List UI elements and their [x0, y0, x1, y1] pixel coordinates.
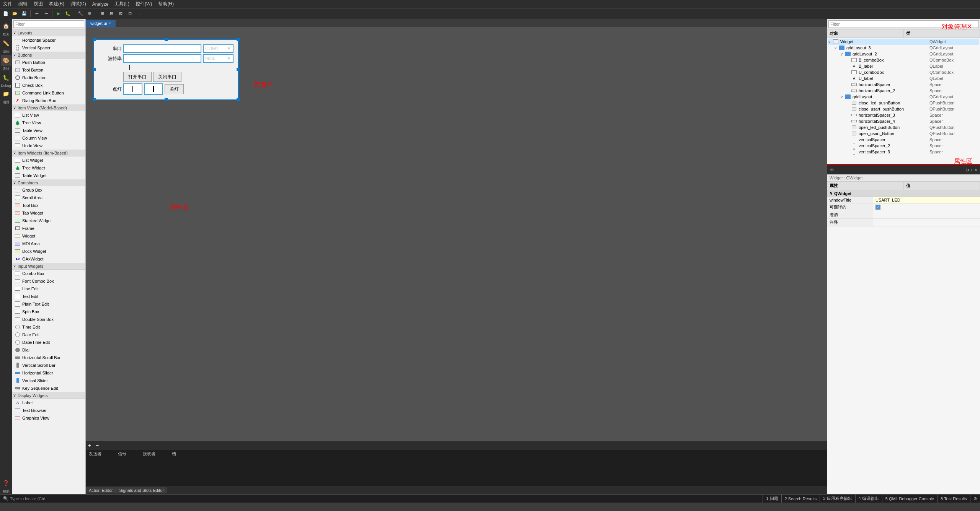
attr-maximize-btn[interactable]: +: [970, 168, 973, 173]
item-qaxwidget[interactable]: AX QAxWidget: [12, 255, 85, 263]
attr-row-translatable[interactable]: 可翻译的: [827, 203, 980, 211]
item-doublespinbox[interactable]: Double Spin Box: [12, 316, 85, 323]
attr-value-translatable[interactable]: [873, 204, 980, 210]
status-qml[interactable]: 5 QML Debugger Console: [882, 495, 937, 503]
category-itemwidgets[interactable]: ∨ Item Widgets (Item-Based): [12, 150, 85, 156]
led-off-button[interactable]: 关灯: [165, 84, 184, 94]
tree-item-bcombo[interactable]: B_comboBox QComboBox: [828, 57, 979, 63]
status-compileoutput[interactable]: 4 编译输出: [855, 495, 882, 503]
item-dial[interactable]: Dial: [12, 346, 85, 354]
doc-tab-widget[interactable]: widget.ui ×: [86, 20, 116, 27]
run-button[interactable]: ▶: [54, 10, 63, 18]
menu-edit[interactable]: 编辑: [15, 1, 31, 7]
attr-row-windowtitle[interactable]: windowTitle USART_LED: [827, 197, 980, 203]
menu-file[interactable]: 文件: [0, 1, 15, 7]
item-radiobutton[interactable]: Radio Button: [12, 74, 85, 81]
debug-icon[interactable]: 🐛: [1, 72, 11, 83]
attr-close-btn[interactable]: ×: [975, 168, 977, 173]
bottom-add-btn[interactable]: +: [86, 441, 93, 449]
item-keyseq[interactable]: ⌨ Key Sequence Edit: [12, 384, 85, 392]
item-toolbox[interactable]: Tool Box: [12, 202, 85, 209]
item-groupbox[interactable]: Group Box: [12, 186, 85, 194]
tree-item-hspacer3[interactable]: horizontalSpacer_3 Spacer: [828, 112, 979, 118]
category-displaywidgets[interactable]: ∨ Display Widgets: [12, 392, 85, 399]
tree-item-blabel[interactable]: A B_label QLabel: [828, 63, 979, 69]
tree-item-openled[interactable]: open_led_pushButton QPushButton: [828, 124, 979, 130]
widget-filter-input[interactable]: [13, 20, 84, 28]
tree-item-hspacer2[interactable]: horizontalSpacer_2 Spacer: [828, 88, 979, 94]
item-hspacer[interactable]: Horizontal Spacer: [12, 36, 85, 44]
attr-section-qwidget[interactable]: ∨ QWidget: [827, 190, 980, 197]
debug-button[interactable]: 🐛: [64, 10, 72, 18]
item-dialogbtnbox[interactable]: ✗ Dialog Button Box: [12, 97, 85, 104]
item-columnview[interactable]: Column View: [12, 134, 85, 142]
signals-slots-tab[interactable]: Signals and Slots Editor: [116, 487, 167, 493]
align-left-button[interactable]: ⊞: [98, 10, 106, 18]
redo-button[interactable]: ↪: [42, 10, 50, 18]
item-vspacer[interactable]: Vertical Spacer: [12, 44, 85, 52]
translatable-checkbox[interactable]: [875, 205, 880, 210]
item-vslider[interactable]: Vertical Slider: [12, 377, 85, 384]
baud-combo[interactable]: 9600 ▼: [203, 54, 234, 63]
settings-button[interactable]: ⚙: [85, 10, 94, 18]
item-treeview[interactable]: 🌲 Tree View: [12, 119, 85, 127]
object-tree[interactable]: ∨ Widget QWidget ∨ gridLayout_3 QGridLay…: [827, 38, 980, 164]
item-toolbutton[interactable]: Tool Button: [12, 66, 85, 74]
undo-button[interactable]: ↩: [33, 10, 41, 18]
align-right-button[interactable]: ⊠: [116, 10, 125, 18]
doc-tab-close[interactable]: ×: [108, 21, 111, 25]
menu-controls[interactable]: 控件(W): [132, 1, 155, 7]
tree-item-vspacer[interactable]: verticalSpacer Spacer: [828, 137, 979, 143]
tree-item-hspacer4[interactable]: horizontalSpacer_4 Spacer: [828, 118, 979, 124]
tree-item-hspacer[interactable]: horizontalSpacer Spacer: [828, 81, 979, 88]
item-listwidget[interactable]: List Widget: [12, 156, 85, 164]
serial-combo[interactable]: COM1 ▼: [203, 44, 234, 53]
status-search[interactable]: 2 Search Results: [781, 495, 820, 503]
category-itemviews[interactable]: ∨ Item Views (Model-Based): [12, 104, 85, 111]
help-icon[interactable]: ❓: [1, 478, 11, 488]
tree-item-closeusart[interactable]: close_usart_pushButton QPushButton: [828, 106, 979, 112]
item-dateedit[interactable]: Date Edit: [12, 331, 85, 338]
tree-item-gridlayout2[interactable]: ∨ gridLayout_2 QGridLayout: [828, 51, 979, 57]
item-mdiarea[interactable]: MDI Area: [12, 240, 85, 247]
tree-item-vspacer3[interactable]: verticalSpacer_3 Spacer: [828, 149, 979, 155]
status-testresults[interactable]: 8 Test Results: [937, 495, 970, 503]
close-usart-button[interactable]: 关闭串口: [153, 72, 181, 82]
status-appoutput[interactable]: 3 应用程序输出: [820, 495, 855, 503]
project-icon[interactable]: 📁: [1, 88, 11, 99]
item-vscrollbar[interactable]: Vertical Scroll Bar: [12, 361, 85, 369]
item-combobox[interactable]: Combo Box: [12, 270, 85, 277]
menu-build[interactable]: 构建(B): [46, 1, 67, 7]
tree-item-ulabel[interactable]: A U_label QLabel: [828, 75, 979, 81]
item-textedit[interactable]: Text Edit: [12, 293, 85, 300]
item-checkbox[interactable]: Check Box: [12, 81, 85, 89]
menu-debug[interactable]: 调试(D): [67, 1, 89, 7]
item-scrollarea[interactable]: Scroll Area: [12, 194, 85, 202]
item-hscrollbar[interactable]: Horizontal Scroll Bar: [12, 354, 85, 361]
welcome-icon[interactable]: 🏠: [1, 21, 11, 31]
item-spinbox[interactable]: Spin Box: [12, 308, 85, 316]
item-datetimeedit[interactable]: Date/Time Edit: [12, 338, 85, 346]
item-hslider[interactable]: Horizontal Slider: [12, 369, 85, 377]
attr-row-disambiguation[interactable]: 澄清: [827, 211, 980, 219]
item-fontcombobox[interactable]: Font Combo Box: [12, 277, 85, 285]
item-commandlink[interactable]: Command Link Button: [12, 89, 85, 97]
item-undoview[interactable]: Undo View: [12, 142, 85, 150]
align-top-button[interactable]: ⊡: [126, 10, 134, 18]
item-tabwidget[interactable]: Tab Widget: [12, 209, 85, 217]
item-textbrowser[interactable]: Text Browser: [12, 407, 85, 414]
tree-item-gridlayout3[interactable]: ∨ gridLayout_3 QGridLayout: [828, 45, 979, 51]
item-label[interactable]: A Label: [12, 399, 85, 407]
menu-analyze[interactable]: Analyze: [89, 2, 112, 7]
menu-tools[interactable]: 工具(L): [111, 1, 132, 7]
open-button[interactable]: 📂: [11, 10, 19, 18]
tree-item-closeled[interactable]: close_led_pushButton QPushButton: [828, 100, 979, 106]
item-widget[interactable]: Widget: [12, 232, 85, 240]
attr-value-disambiguation[interactable]: [873, 214, 980, 216]
item-graphicsview[interactable]: Graphics View: [12, 414, 85, 422]
item-treewidget[interactable]: 🌲 Tree Widget: [12, 164, 85, 172]
menu-help[interactable]: 帮助(H): [155, 1, 177, 7]
action-editor-tab[interactable]: Action Editor: [86, 487, 116, 493]
category-containers[interactable]: ∨ Containers: [12, 179, 85, 186]
build-button[interactable]: 🔨: [76, 10, 85, 18]
